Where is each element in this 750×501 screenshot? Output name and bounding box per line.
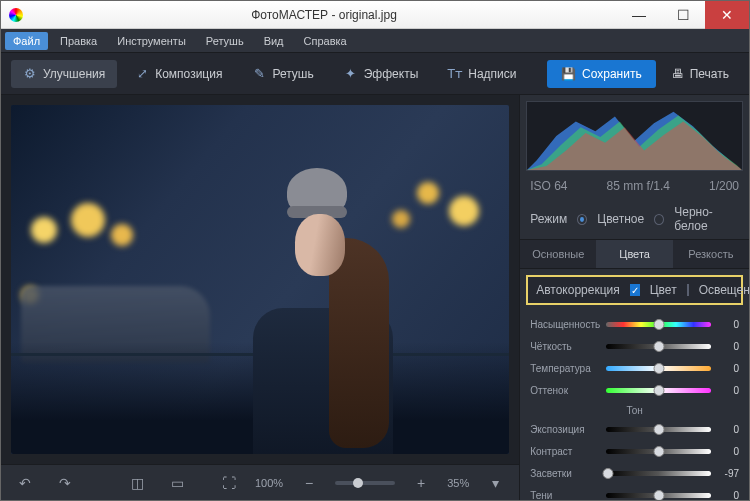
slider-thumb[interactable] <box>653 363 664 374</box>
slider-label: Насыщенность <box>530 319 600 330</box>
sliders-panel: Насыщенность0Чёткость0Температура0Оттено… <box>520 311 749 500</box>
autocorr-lighting-label[interactable]: Освещение <box>699 283 749 297</box>
slider-Тени: Тени0 <box>530 484 739 500</box>
save-button[interactable]: 💾 Сохранить <box>547 60 656 88</box>
slider-track[interactable] <box>606 366 711 371</box>
radio-color[interactable] <box>577 214 587 225</box>
slider-Контраст: Контраст0 <box>530 440 739 462</box>
mode-label: Режим <box>530 212 567 226</box>
autocorr-color-label[interactable]: Цвет <box>650 283 677 297</box>
slider-value: -97 <box>717 468 739 479</box>
slider-value: 0 <box>717 385 739 396</box>
subtabs: ОсновныеЦветаРезкость <box>520 239 749 269</box>
redo-button[interactable]: ↷ <box>51 471 79 495</box>
zoom-in-button[interactable]: + <box>407 471 435 495</box>
slider-value: 0 <box>717 424 739 435</box>
zoom-dropdown-icon[interactable]: ▾ <box>481 471 509 495</box>
slider-track[interactable] <box>606 471 711 476</box>
menu-файл[interactable]: Файл <box>5 32 48 50</box>
slider-track[interactable] <box>606 427 711 432</box>
exif-lens: 85 mm f/1.4 <box>607 179 670 193</box>
slider-value: 0 <box>717 363 739 374</box>
slider-thumb[interactable] <box>653 341 664 352</box>
slider-thumb[interactable] <box>653 490 664 501</box>
slider-Экспозиция: Экспозиция0 <box>530 418 739 440</box>
tab-icon: ✦ <box>344 67 358 81</box>
slider-Температура: Температура0 <box>530 357 739 379</box>
zoom-out-button[interactable]: − <box>295 471 323 495</box>
slider-thumb[interactable] <box>603 468 614 479</box>
close-button[interactable]: ✕ <box>705 1 749 29</box>
app-window: ФотоМАСТЕР - original.jpg — ☐ ✕ ФайлПрав… <box>0 0 750 501</box>
slider-thumb[interactable] <box>653 319 664 330</box>
exif-shutter: 1/200 <box>709 179 739 193</box>
print-button[interactable]: 🖶 Печать <box>662 60 739 88</box>
subtab-0[interactable]: Основные <box>520 240 596 268</box>
tab-4[interactable]: TᴛНадписи <box>436 60 528 88</box>
fit-screen-button[interactable]: ⛶ <box>215 471 243 495</box>
slider-value: 0 <box>717 446 739 457</box>
tab-label: Улучшения <box>43 67 105 81</box>
slider-track[interactable] <box>606 322 711 327</box>
tab-label: Ретушь <box>272 67 313 81</box>
tab-icon: ⚙ <box>23 67 37 81</box>
tab-icon: ⤢ <box>135 67 149 81</box>
slider-label: Чёткость <box>530 341 600 352</box>
slider-label: Тени <box>530 490 600 501</box>
autocorrection-label: Автокоррекция <box>536 283 620 297</box>
compare-button[interactable]: ◫ <box>123 471 151 495</box>
subtab-1[interactable]: Цвета <box>596 240 672 268</box>
tab-2[interactable]: ✎Ретушь <box>240 60 325 88</box>
slider-label: Контраст <box>530 446 600 457</box>
subtab-2[interactable]: Резкость <box>673 240 749 268</box>
slider-track[interactable] <box>606 344 711 349</box>
slider-value: 0 <box>717 319 739 330</box>
checkbox-lighting[interactable] <box>687 284 689 296</box>
checkbox-color[interactable]: ✓ <box>630 284 640 296</box>
tab-icon: Tᴛ <box>448 67 462 81</box>
tab-3[interactable]: ✦Эффекты <box>332 60 431 88</box>
window-title: ФотоМАСТЕР - original.jpg <box>31 8 617 22</box>
zoom-slider[interactable] <box>335 481 395 485</box>
tone-section-label: Тон <box>530 401 739 418</box>
slider-thumb[interactable] <box>653 385 664 396</box>
radio-bw[interactable] <box>654 214 664 225</box>
save-label: Сохранить <box>582 67 642 81</box>
mode-color-label[interactable]: Цветное <box>597 212 644 226</box>
tab-0[interactable]: ⚙Улучшения <box>11 60 117 88</box>
maximize-button[interactable]: ☐ <box>661 1 705 29</box>
menubar: ФайлПравкаИнструментыРетушьВидСправка <box>1 29 749 53</box>
slider-track[interactable] <box>606 493 711 498</box>
image-canvas[interactable] <box>11 105 509 454</box>
slider-thumb[interactable] <box>653 424 664 435</box>
slider-thumb[interactable] <box>653 446 664 457</box>
slider-Оттенок: Оттенок0 <box>530 379 739 401</box>
canvas-area: ↶ ↷ ◫ ▭ ⛶ 100% − + 35% ▾ <box>1 95 519 500</box>
slider-track[interactable] <box>606 388 711 393</box>
save-icon: 💾 <box>561 67 576 81</box>
menu-ретушь[interactable]: Ретушь <box>198 32 252 50</box>
tab-label: Композиция <box>155 67 222 81</box>
slider-value: 0 <box>717 490 739 501</box>
menu-правка[interactable]: Правка <box>52 32 105 50</box>
mode-bw-label[interactable]: Черно-белое <box>674 205 739 233</box>
menu-справка[interactable]: Справка <box>296 32 355 50</box>
zoom-100[interactable]: 100% <box>255 477 283 489</box>
main-tabs: ⚙Улучшения⤢Композиция✎Ретушь✦ЭффектыTᴛНа… <box>1 53 749 95</box>
tab-icon: ✎ <box>252 67 266 81</box>
slider-Засветки: Засветки-97 <box>530 462 739 484</box>
exif-iso: ISO 64 <box>530 179 567 193</box>
menu-вид[interactable]: Вид <box>256 32 292 50</box>
histogram[interactable] <box>526 101 743 171</box>
slider-track[interactable] <box>606 449 711 454</box>
tab-1[interactable]: ⤢Композиция <box>123 60 234 88</box>
tab-label: Эффекты <box>364 67 419 81</box>
slider-label: Экспозиция <box>530 424 600 435</box>
menu-инструменты[interactable]: Инструменты <box>109 32 194 50</box>
titlebar: ФотоМАСТЕР - original.jpg — ☐ ✕ <box>1 1 749 29</box>
toggle-view-button[interactable]: ▭ <box>163 471 191 495</box>
slider-Чёткость: Чёткость0 <box>530 335 739 357</box>
minimize-button[interactable]: — <box>617 1 661 29</box>
print-icon: 🖶 <box>672 67 684 81</box>
undo-button[interactable]: ↶ <box>11 471 39 495</box>
